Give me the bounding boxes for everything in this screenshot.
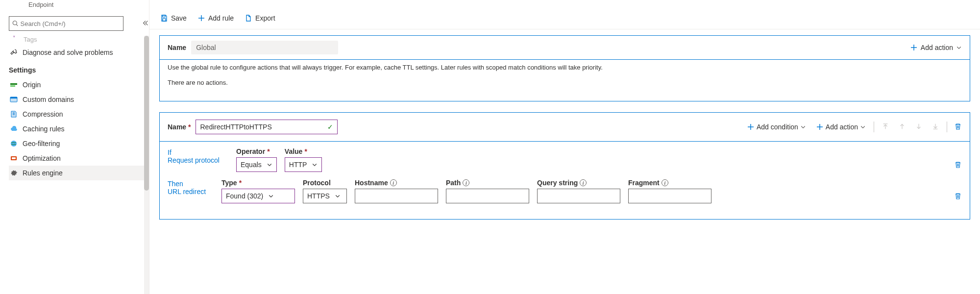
- svg-rect-9: [163, 15, 165, 17]
- global-rule-description: Use the global rule to configure actions…: [168, 64, 962, 71]
- chevron-down-icon: [800, 124, 806, 130]
- svg-rect-10: [163, 19, 166, 21]
- sidebar-scrollbar[interactable]: [144, 36, 149, 294]
- search-input[interactable]: [21, 20, 120, 27]
- chevron-down-icon: [312, 162, 318, 168]
- sidebar-item-custom-domains[interactable]: Custom domains: [9, 92, 144, 107]
- condition-subject: Request protocol: [168, 156, 236, 164]
- delete-rule-button[interactable]: [954, 122, 962, 132]
- name-label: Name *: [168, 123, 191, 131]
- info-icon[interactable]: i: [662, 179, 668, 186]
- arrow-up-icon: [899, 123, 906, 130]
- toolbar: Save Add rule Export: [149, 7, 980, 29]
- collapse-sidebar-button[interactable]: [142, 20, 149, 28]
- rule-card: Name * RedirectHTTPtoHTTPS ✓ Add conditi…: [159, 112, 970, 220]
- global-name-input: [191, 41, 338, 54]
- hostname-label: Hostname i: [355, 179, 438, 187]
- export-button[interactable]: Export: [244, 12, 276, 24]
- add-condition-label: Add condition: [757, 123, 798, 131]
- sidebar-item-compression[interactable]: Compression: [9, 107, 144, 122]
- sidebar-item-optimization[interactable]: Optimization: [9, 151, 144, 166]
- sidebar-item-label: Rules engine: [23, 169, 63, 177]
- type-select[interactable]: Found (302): [221, 189, 295, 203]
- operator-value: Equals: [241, 161, 262, 169]
- origin-icon: [10, 81, 18, 89]
- operator-select[interactable]: Equals: [236, 157, 277, 172]
- chevron-down-icon: [268, 193, 274, 199]
- scrollbar-thumb[interactable]: [144, 36, 149, 191]
- fragment-input[interactable]: [628, 189, 711, 203]
- plus-icon: [910, 44, 918, 51]
- fragment-label: Fragment i: [628, 179, 711, 187]
- separator: [947, 122, 947, 132]
- sidebar-item-diagnose[interactable]: Diagnose and solve problems: [9, 45, 144, 60]
- chevron-double-left-icon: [142, 20, 149, 26]
- add-action-button[interactable]: Add action: [811, 121, 871, 133]
- sidebar-item-caching-rules[interactable]: Caching rules: [9, 122, 144, 136]
- protocol-select[interactable]: HTTPS: [303, 189, 347, 203]
- sidebar-item-label: Origin: [23, 81, 41, 89]
- global-rule-empty: There are no actions.: [168, 79, 962, 86]
- type-label: Type *: [221, 179, 295, 187]
- toolbar-label: Add rule: [208, 14, 234, 22]
- chevron-down-icon: [860, 124, 866, 130]
- chevron-down-icon: [956, 45, 962, 50]
- delete-action-button[interactable]: [954, 192, 962, 203]
- move-to-top-button: [877, 121, 894, 133]
- check-icon: ✓: [327, 123, 333, 131]
- querystring-input[interactable]: [537, 189, 620, 203]
- protocol-label: Protocol: [303, 179, 347, 187]
- nav-truncated-item[interactable]: Tags: [9, 36, 144, 45]
- info-icon[interactable]: i: [580, 179, 587, 186]
- search-input-wrap[interactable]: [9, 16, 123, 31]
- add-action-label: Add action: [826, 123, 858, 131]
- sidebar-heading-settings: Settings: [9, 63, 144, 77]
- wrench-icon: [10, 49, 18, 56]
- info-icon[interactable]: i: [390, 179, 397, 186]
- cloud-icon: [10, 125, 18, 133]
- value-value: HTTP: [289, 161, 307, 169]
- value-select[interactable]: HTTP: [285, 157, 322, 172]
- protocol-value: HTTPS: [307, 192, 330, 200]
- sidebar-item-label: Custom domains: [23, 96, 74, 103]
- path-label: Path i: [446, 179, 529, 187]
- toolbar-label: Export: [255, 14, 275, 22]
- then-keyword: Then: [168, 180, 221, 188]
- querystring-label: Query string i: [537, 179, 620, 187]
- sidebar-item-rules-engine[interactable]: Rules engine: [9, 166, 144, 180]
- info-icon[interactable]: i: [463, 179, 469, 186]
- sidebar-item-label: Diagnose and solve problems: [23, 49, 113, 56]
- add-condition-button[interactable]: Add condition: [742, 121, 811, 133]
- sidebar-item-label: Geo-filtering: [23, 140, 60, 147]
- rule-name-value: RedirectHTTPtoHTTPS: [200, 123, 271, 131]
- delete-condition-button[interactable]: [954, 161, 962, 172]
- move-to-bottom-button: [927, 121, 944, 133]
- resource-type: Endpoint: [9, 0, 149, 16]
- add-rule-button[interactable]: Add rule: [196, 12, 235, 24]
- add-action-button[interactable]: Add action: [910, 44, 962, 51]
- svg-rect-2: [10, 83, 17, 85]
- save-button[interactable]: Save: [159, 12, 188, 24]
- svg-rect-5: [10, 97, 17, 98]
- trash-icon: [954, 122, 962, 130]
- global-rule-card: Name Add action Use the global rule to c…: [159, 35, 970, 101]
- trash-icon: [954, 161, 962, 169]
- chevron-down-icon: [267, 162, 272, 168]
- sidebar-item-label: Compression: [23, 110, 63, 118]
- separator: [874, 122, 874, 132]
- action-row: Then URL redirect Type * Found (302): [168, 179, 962, 203]
- compression-icon: [10, 110, 18, 118]
- domain-icon: [10, 96, 18, 103]
- value-label: Value *: [285, 147, 322, 155]
- arrow-bottom-icon: [932, 123, 939, 130]
- svg-rect-3: [10, 85, 15, 87]
- sidebar-item-origin[interactable]: Origin: [9, 77, 144, 92]
- plus-icon: [816, 123, 824, 131]
- svg-rect-8: [12, 157, 16, 159]
- add-action-label: Add action: [921, 44, 953, 51]
- rule-name-input[interactable]: RedirectHTTPtoHTTPS ✓: [196, 120, 338, 134]
- path-input[interactable]: [446, 189, 529, 203]
- sidebar-item-geo-filtering[interactable]: Geo-filtering: [9, 136, 144, 151]
- hostname-input[interactable]: [355, 189, 438, 203]
- name-label: Name: [168, 44, 186, 51]
